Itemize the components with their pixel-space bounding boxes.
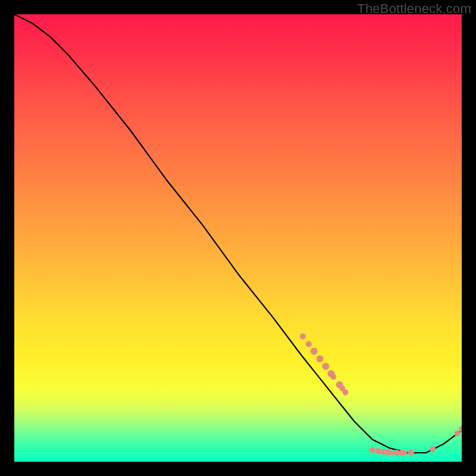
chart-stage: TheBottleneck.com [0, 0, 476, 476]
data-marker [317, 355, 324, 362]
data-marker [459, 426, 462, 432]
curve-path [14, 14, 462, 453]
data-marker [369, 447, 375, 453]
data-marker [306, 341, 312, 347]
data-marker [408, 449, 414, 455]
data-marker [322, 363, 329, 370]
chart-svg [14, 14, 462, 462]
watermark-text: TheBottleneck.com [357, 1, 471, 17]
data-marker [343, 389, 349, 395]
plot-area [14, 14, 462, 462]
data-marker [430, 446, 436, 452]
data-marker [300, 333, 306, 339]
data-marker [389, 450, 394, 455]
marker-layer [300, 333, 462, 456]
data-marker [455, 431, 461, 437]
data-marker [330, 374, 336, 380]
data-marker [311, 347, 318, 355]
data-marker [403, 450, 408, 455]
